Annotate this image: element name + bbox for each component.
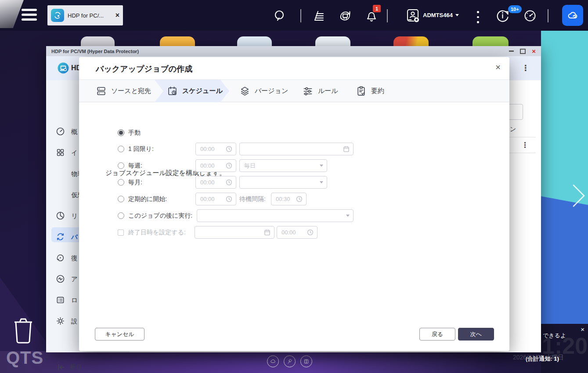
background-tasks-icon[interactable] xyxy=(312,8,327,23)
dock-cloud-icon[interactable] xyxy=(267,355,279,367)
step-version[interactable]: バージョン xyxy=(239,80,288,102)
monthly-day-select[interactable] xyxy=(239,176,327,189)
gauge-icon xyxy=(56,127,65,136)
notification-toast: 1:20 できるよ × xyxy=(541,324,588,373)
back-button[interactable]: 戻る xyxy=(419,328,455,341)
clock-icon xyxy=(226,162,232,169)
periodic-time-input[interactable]: 00:00 xyxy=(195,193,236,205)
row-menu-icon[interactable]: ⋮ xyxy=(521,140,529,151)
desktop-dock xyxy=(267,355,312,367)
radio-once[interactable] xyxy=(118,146,124,152)
search-icon[interactable] xyxy=(273,9,287,23)
dialog-title: バックアップジョブの作成 xyxy=(96,64,192,74)
weekly-day-select[interactable]: 毎日 xyxy=(239,159,327,172)
user-account-icon[interactable] xyxy=(405,7,421,24)
divider xyxy=(300,9,301,22)
dock-tutorial-icon[interactable] xyxy=(300,355,312,367)
option-row-end-time: 終了日時を設定する: 00:00 xyxy=(79,226,509,239)
gear-icon xyxy=(56,316,65,326)
collapse-arrow-icon xyxy=(57,363,65,372)
hdp-tab-icon xyxy=(51,9,64,22)
cancel-button[interactable]: キャンセル xyxy=(95,328,144,341)
calendar-icon xyxy=(264,229,271,236)
sync-icon xyxy=(56,232,65,241)
toast-total-notifications: (合計通知: 1) xyxy=(526,355,559,363)
radio-weekly[interactable] xyxy=(118,162,124,169)
username-label[interactable]: ADMTS464 xyxy=(423,12,459,18)
option-row-after-job: このジョブの後に実行: xyxy=(79,209,509,222)
calendar-icon xyxy=(343,146,350,152)
window-title: HDP for PC/VM (Hyper Data Protector) xyxy=(51,49,139,54)
chevron-down-icon xyxy=(320,181,323,183)
main-menu-icon[interactable] xyxy=(22,9,37,21)
window-close-icon[interactable]: × xyxy=(532,48,536,54)
taskbar-tab-hdp[interactable]: HDP for PC/... × xyxy=(47,5,123,25)
end-time-input[interactable]: 00:00 xyxy=(277,226,317,239)
maximize-icon[interactable] xyxy=(520,49,526,54)
clock-icon xyxy=(296,196,303,202)
interval-label: 待機間隔: xyxy=(239,195,266,203)
clock-icon xyxy=(226,179,232,186)
step-source-destination[interactable]: ソースと宛先 xyxy=(96,80,151,102)
dialog-close-icon[interactable]: × xyxy=(495,63,501,72)
clock-icon xyxy=(226,146,232,152)
radio-after-job[interactable] xyxy=(118,212,124,219)
dashboard-icon[interactable] xyxy=(523,8,537,23)
window-titlebar[interactable]: HDP for PC/VM (Hyper Data Protector) × xyxy=(46,46,541,56)
qts-logo: QTS xyxy=(6,348,43,368)
wallpaper-shape xyxy=(541,31,588,205)
resource-count-badge: 10+ xyxy=(508,5,522,13)
notification-count-badge: 1 xyxy=(373,5,381,12)
option-row-once: 1 回限り: 00:00 xyxy=(79,143,509,156)
once-time-input[interactable]: 00:00 xyxy=(195,143,236,155)
clipboard-check-icon xyxy=(356,86,367,97)
myqnapcloud-button[interactable] xyxy=(562,5,583,26)
clock-icon xyxy=(307,229,314,236)
activity-icon xyxy=(56,274,65,283)
tab-close-icon[interactable]: × xyxy=(115,11,119,19)
radio-monthly[interactable] xyxy=(118,179,124,186)
next-button[interactable]: 次へ xyxy=(458,328,494,341)
end-date-input[interactable] xyxy=(195,226,274,239)
sidebar-collapse-button[interactable]: 折り xyxy=(57,363,82,372)
dock-utilities-icon[interactable] xyxy=(284,355,296,367)
minimize-icon[interactable] xyxy=(509,50,514,52)
option-row-weekly: 毎週: 00:00 毎日 xyxy=(79,159,509,172)
chevron-down-icon xyxy=(346,215,350,217)
step-schedule[interactable]: スケジュール xyxy=(167,80,223,102)
option-row-manual: 手動 xyxy=(79,126,509,140)
once-date-input[interactable] xyxy=(239,143,354,155)
grid-icon xyxy=(56,148,65,157)
restore-icon xyxy=(56,253,65,262)
radio-manual[interactable] xyxy=(118,129,124,136)
divider xyxy=(387,9,388,22)
clock-icon xyxy=(226,196,232,202)
external-backup-icon[interactable] xyxy=(337,8,353,24)
hdp-logo-icon xyxy=(57,62,69,74)
source-destination-icon xyxy=(96,86,107,97)
chevron-down-icon xyxy=(455,14,459,16)
divider xyxy=(548,9,548,22)
partial-text-fragment: ン xyxy=(510,126,516,133)
after-job-select[interactable] xyxy=(197,209,354,222)
monthly-time-input[interactable]: 00:00 xyxy=(195,176,236,189)
checkbox-end-time[interactable] xyxy=(118,230,124,236)
weekly-time-input[interactable]: 00:00 xyxy=(195,159,236,172)
more-options-icon[interactable] xyxy=(477,11,479,23)
recycle-bin-icon[interactable] xyxy=(11,315,36,344)
next-desktop-arrow-icon[interactable] xyxy=(570,182,587,210)
option-row-monthly: 毎月: 00:00 xyxy=(79,176,509,189)
app-header-menu-icon[interactable]: ⋮ xyxy=(522,62,530,74)
interval-time-input[interactable]: 00:30 xyxy=(271,193,307,205)
wizard-steps: ソースと宛先 スケジュール バージョン ルール 要約 xyxy=(79,80,509,102)
step-rules[interactable]: ルール xyxy=(302,80,338,102)
pie-chart-icon xyxy=(56,211,65,220)
sliders-icon xyxy=(302,86,314,97)
chevron-down-icon xyxy=(320,165,323,167)
layers-icon xyxy=(239,86,250,97)
radio-periodic[interactable] xyxy=(118,196,124,202)
step-summary[interactable]: 要約 xyxy=(356,80,384,102)
toast-close-icon[interactable]: × xyxy=(581,326,584,333)
log-list-icon xyxy=(56,295,65,305)
dialog-titlebar: バックアップジョブの作成 × xyxy=(79,57,509,80)
